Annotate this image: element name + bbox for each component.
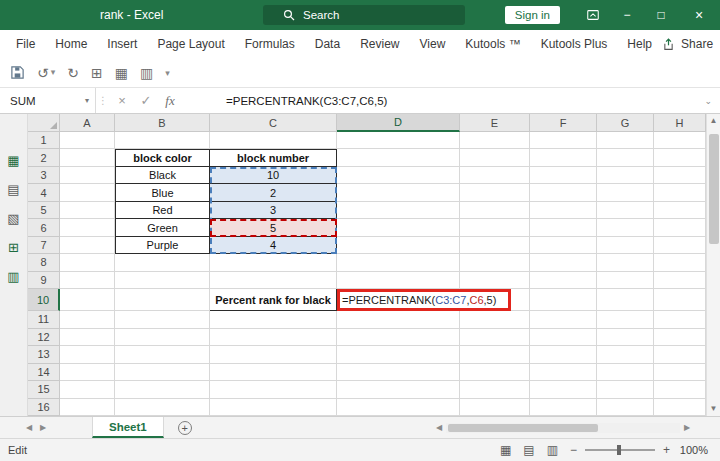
formula-input[interactable]: =PERCENTRANK(C3:C7,C6,5) bbox=[226, 95, 704, 107]
cell-G10[interactable] bbox=[597, 289, 654, 311]
cell-E16[interactable] bbox=[460, 399, 530, 416]
cancel-icon[interactable]: × bbox=[110, 93, 134, 108]
cell-G14[interactable] bbox=[597, 364, 654, 381]
cell-B3[interactable]: Black bbox=[115, 167, 210, 184]
cell-E14[interactable] bbox=[460, 364, 530, 381]
cell-F4[interactable] bbox=[530, 184, 597, 201]
cell-H9[interactable] bbox=[654, 272, 706, 289]
cell-E11[interactable] bbox=[460, 311, 530, 328]
sheet-tab-sheet1[interactable]: Sheet1 bbox=[92, 417, 164, 438]
cell-E6[interactable] bbox=[460, 219, 530, 236]
cell-A5[interactable] bbox=[60, 202, 115, 219]
save-icon[interactable] bbox=[10, 65, 25, 80]
cell-E2[interactable] bbox=[460, 149, 530, 166]
sign-in-button[interactable]: Sign in bbox=[505, 6, 560, 24]
cell-B6[interactable]: Green bbox=[115, 219, 210, 236]
horizontal-scroll-thumb[interactable] bbox=[448, 424, 598, 432]
cell-B9[interactable] bbox=[115, 272, 210, 289]
cell-C8[interactable] bbox=[210, 254, 337, 271]
cell-H10[interactable] bbox=[654, 289, 706, 311]
select-all-button[interactable] bbox=[28, 114, 60, 132]
cell-D4[interactable] bbox=[337, 184, 460, 201]
cell-C4[interactable]: 2 bbox=[210, 184, 337, 201]
cell-A12[interactable] bbox=[60, 329, 115, 346]
row-header-11[interactable]: 11 bbox=[28, 311, 60, 328]
vertical-scrollbar[interactable]: ▲ ▼ bbox=[706, 114, 720, 416]
cell-D12[interactable] bbox=[337, 329, 460, 346]
vertical-scroll-thumb[interactable] bbox=[709, 134, 719, 244]
cell-D9[interactable] bbox=[337, 272, 460, 289]
cell-A8[interactable] bbox=[60, 254, 115, 271]
row-header-16[interactable]: 16 bbox=[28, 399, 60, 416]
cell-D6[interactable] bbox=[337, 219, 460, 236]
tab-review[interactable]: Review bbox=[350, 30, 409, 58]
tab-insert[interactable]: Insert bbox=[97, 30, 147, 58]
zoom-in-icon[interactable]: + bbox=[663, 443, 670, 457]
redo-icon[interactable]: ↻ bbox=[67, 66, 79, 80]
cell-C11[interactable] bbox=[210, 311, 337, 328]
cell-A9[interactable] bbox=[60, 272, 115, 289]
cell-A1[interactable] bbox=[60, 132, 115, 149]
cell-E13[interactable] bbox=[460, 346, 530, 363]
cell-C14[interactable] bbox=[210, 364, 337, 381]
horizontal-scrollbar[interactable]: ◀ ▶ bbox=[432, 423, 694, 433]
cell-H14[interactable] bbox=[654, 364, 706, 381]
cell-H1[interactable] bbox=[654, 132, 706, 149]
insert-function-icon[interactable]: fx bbox=[158, 93, 182, 109]
tab-formulas[interactable]: Formulas bbox=[235, 30, 305, 58]
cell-B11[interactable] bbox=[115, 311, 210, 328]
scroll-up-icon[interactable]: ▲ bbox=[707, 114, 720, 128]
column-header-G[interactable]: G bbox=[597, 114, 654, 132]
cell-D14[interactable] bbox=[337, 364, 460, 381]
cell-C1[interactable] bbox=[210, 132, 337, 149]
sheet-nav-left-icon[interactable]: ◀ bbox=[22, 423, 36, 432]
cell-E3[interactable] bbox=[460, 167, 530, 184]
cell-E7[interactable] bbox=[460, 237, 530, 254]
cell-E1[interactable] bbox=[460, 132, 530, 149]
cell-C9[interactable] bbox=[210, 272, 337, 289]
page-layout-view-icon[interactable]: ▤ bbox=[523, 443, 534, 457]
cell-G16[interactable] bbox=[597, 399, 654, 416]
cell-H4[interactable] bbox=[654, 184, 706, 201]
column-header-C[interactable]: C bbox=[210, 114, 337, 132]
cell-F1[interactable] bbox=[530, 132, 597, 149]
cell-B14[interactable] bbox=[115, 364, 210, 381]
cell-C5[interactable]: 3 bbox=[210, 202, 337, 219]
row-header-12[interactable]: 12 bbox=[28, 329, 60, 346]
cell-B15[interactable] bbox=[115, 381, 210, 398]
cell-F6[interactable] bbox=[530, 219, 597, 236]
cell-C7[interactable]: 4 bbox=[210, 237, 337, 254]
hscroll-left-icon[interactable]: ◀ bbox=[432, 423, 446, 432]
cell-E5[interactable] bbox=[460, 202, 530, 219]
row-header-3[interactable]: 3 bbox=[28, 167, 60, 184]
formula-bar-expand-icon[interactable]: ⌄ bbox=[704, 96, 712, 106]
tab-help[interactable]: Help bbox=[617, 30, 662, 58]
cell-A13[interactable] bbox=[60, 346, 115, 363]
column-header-H[interactable]: H bbox=[654, 114, 706, 132]
add-sheet-button[interactable]: + bbox=[178, 421, 192, 435]
cell-G13[interactable] bbox=[597, 346, 654, 363]
tab-kutools-plus[interactable]: Kutools Plus bbox=[531, 30, 618, 58]
cell-C3[interactable]: 10 bbox=[210, 167, 337, 184]
undo-icon[interactable]: ↺▾ bbox=[37, 66, 55, 80]
cell-B2[interactable]: block color bbox=[115, 149, 210, 166]
cell-E8[interactable] bbox=[460, 254, 530, 271]
zoom-slider[interactable] bbox=[585, 449, 655, 451]
cell-C12[interactable] bbox=[210, 329, 337, 346]
cell-C10[interactable]: Percent rank for black bbox=[210, 289, 337, 311]
cell-B8[interactable] bbox=[115, 254, 210, 271]
cell-E15[interactable] bbox=[460, 381, 530, 398]
advanced-find-icon[interactable]: ▥ bbox=[7, 270, 19, 283]
cell-D2[interactable] bbox=[337, 149, 460, 166]
cell-H16[interactable] bbox=[654, 399, 706, 416]
column-header-A[interactable]: A bbox=[60, 114, 115, 132]
cell-D7[interactable] bbox=[337, 237, 460, 254]
horizontal-scroll-track[interactable] bbox=[446, 423, 680, 433]
row-header-14[interactable]: 14 bbox=[28, 364, 60, 381]
cell-H15[interactable] bbox=[654, 381, 706, 398]
cell-A16[interactable] bbox=[60, 399, 115, 416]
cell-F7[interactable] bbox=[530, 237, 597, 254]
cell-G1[interactable] bbox=[597, 132, 654, 149]
cell-G9[interactable] bbox=[597, 272, 654, 289]
cell-H7[interactable] bbox=[654, 237, 706, 254]
